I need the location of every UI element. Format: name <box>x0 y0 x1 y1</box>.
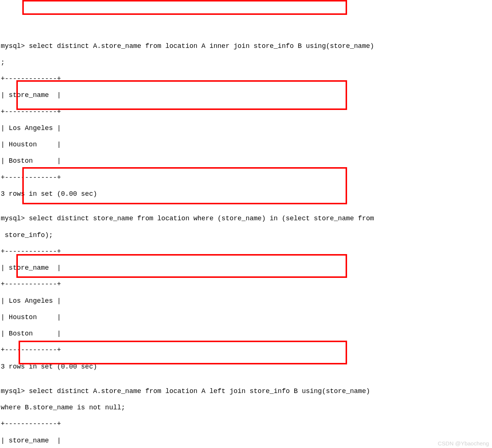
table-divider: +-------------+ <box>1 280 491 288</box>
table-row: | Boston | <box>1 329 491 338</box>
table-row: | Boston | <box>1 157 491 165</box>
table-header: | store_name | <box>1 91 491 99</box>
table-header: | store_name | <box>1 264 491 272</box>
table-row: | Los Angeles | <box>1 124 491 132</box>
query-line: ; <box>1 58 491 66</box>
table-row: | Houston | <box>1 140 491 149</box>
table-row: | Houston | <box>1 313 491 321</box>
query-line: where B.store_name is not null; <box>1 403 491 412</box>
result-footer: 3 rows in set (0.00 sec) <box>1 363 491 371</box>
table-row: | Los Angeles | <box>1 297 491 305</box>
query-line: mysql> select distinct A.store_name from… <box>1 42 491 50</box>
query-line: store_info); <box>1 231 491 239</box>
table-divider: +-------------+ <box>1 108 491 116</box>
table-divider: +-------------+ <box>1 247 491 256</box>
terminal-output: mysql> select distinct A.store_name from… <box>1 34 491 448</box>
table-divider: +-------------+ <box>1 346 491 354</box>
query-line: mysql> select distinct A.store_name from… <box>1 387 491 395</box>
table-divider: +-------------+ <box>1 420 491 428</box>
table-header: | store_name | <box>1 436 491 445</box>
highlight-box-1 <box>22 0 347 15</box>
result-footer: 3 rows in set (0.00 sec) <box>1 190 491 198</box>
watermark: CSDN @Ybaocheng <box>438 440 489 447</box>
table-divider: +-------------+ <box>1 173 491 182</box>
table-divider: +-------------+ <box>1 75 491 83</box>
query-line: mysql> select distinct store_name from l… <box>1 214 491 223</box>
